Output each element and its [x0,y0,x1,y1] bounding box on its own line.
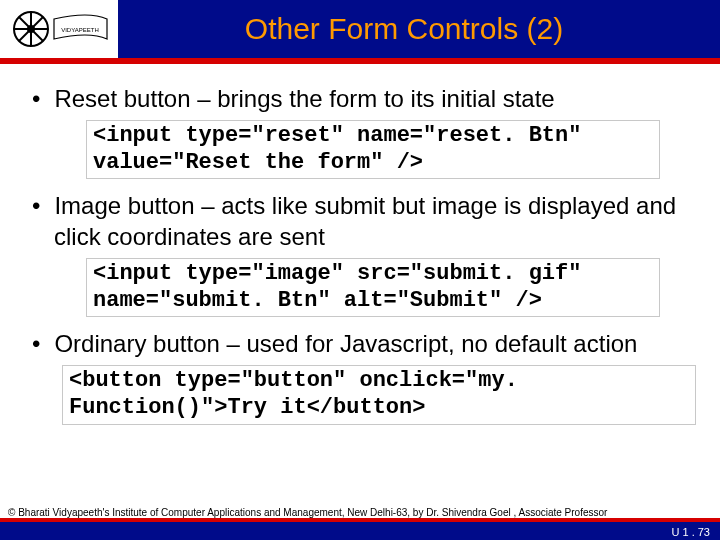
code-ordinary: <button type="button" onclick="my. Funct… [62,365,696,425]
bullet-image: Image button – acts like submit but imag… [32,191,696,252]
slide: VIDYAPEETH Other Form Controls (2) Reset… [0,0,720,540]
code-reset: <input type="reset" name="reset. Btn" va… [86,120,660,180]
bullet-ordinary: Ordinary button – used for Javascript, n… [32,329,696,360]
institute-logo: VIDYAPEETH [0,0,118,58]
code-image: <input type="image" src="submit. gif" na… [86,258,660,318]
slide-body: Reset button – brings the form to its in… [0,64,720,431]
copyright-text: © Bharati Vidyapeeth's Institute of Comp… [8,507,607,518]
title-bar: VIDYAPEETH Other Form Controls (2) [0,0,720,58]
page-number: U 1 . 73 [671,526,710,538]
footer-bar: U 1 . 73 [0,522,720,540]
bullet-reset: Reset button – brings the form to its in… [32,84,696,115]
slide-title: Other Form Controls (2) [118,12,720,46]
svg-text:VIDYAPEETH: VIDYAPEETH [61,27,99,33]
logo-icon: VIDYAPEETH [9,7,109,51]
